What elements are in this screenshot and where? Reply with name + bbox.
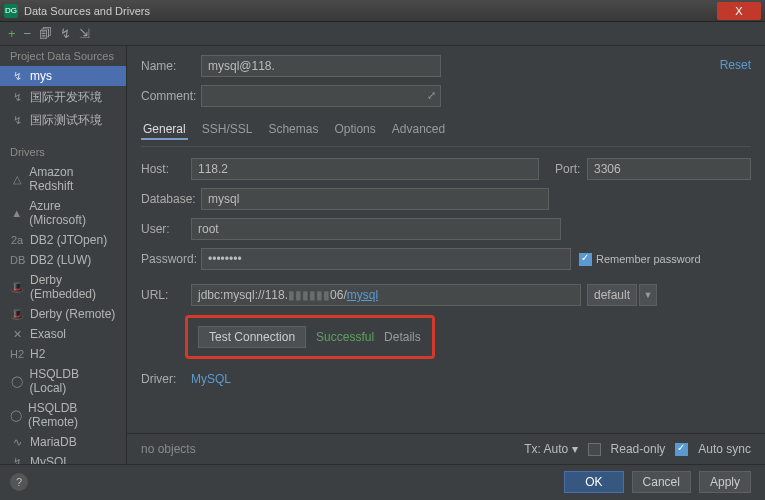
driver-label: Exasol: [30, 327, 66, 341]
driver-item[interactable]: ∿MariaDB: [0, 432, 126, 452]
driver-icon: ◯: [10, 375, 24, 388]
tabs: GeneralSSH/SSLSchemasOptionsAdvanced: [141, 114, 751, 147]
tx-mode[interactable]: Tx: Auto ▾: [524, 442, 577, 456]
dialog-buttons: ? OK Cancel Apply: [0, 464, 765, 499]
url-label: URL:: [141, 288, 191, 302]
driver-label: HSQLDB (Local): [30, 367, 116, 395]
driver-icon: ✕: [10, 328, 24, 341]
driver-label: DB2 (JTOpen): [30, 233, 107, 247]
chevron-down-icon: ▾: [572, 442, 578, 456]
driver-item[interactable]: H2H2: [0, 344, 126, 364]
autosync-label: Auto sync: [698, 442, 751, 456]
readonly-checkbox[interactable]: [588, 443, 601, 456]
driver-item[interactable]: △Amazon Redshift: [0, 162, 126, 196]
driver-icon: H2: [10, 348, 24, 360]
section-heading-sources: Project Data Sources: [0, 46, 126, 66]
port-input[interactable]: [587, 158, 751, 180]
titlebar: DG Data Sources and Drivers X: [0, 0, 765, 22]
driver-icon: DB: [10, 254, 24, 266]
driver-item[interactable]: DBDB2 (LUW): [0, 250, 126, 270]
password-label: Password:: [141, 252, 201, 266]
driver-label: H2: [30, 347, 45, 361]
driver-item[interactable]: 🎩Derby (Remote): [0, 304, 126, 324]
driver-label: DB2 (LUW): [30, 253, 91, 267]
driver-label: HSQLDB (Remote): [28, 401, 116, 429]
import-icon[interactable]: ⇲: [79, 26, 90, 41]
chevron-down-icon: ▼: [644, 290, 653, 300]
driver-item[interactable]: 🎩Derby (Embedded): [0, 270, 126, 304]
objects-status: no objects: [141, 442, 524, 456]
make-global-icon[interactable]: ↯: [60, 26, 71, 41]
readonly-label: Read-only: [611, 442, 666, 456]
driver-icon: 🎩: [10, 308, 24, 321]
tab-options[interactable]: Options: [332, 120, 377, 140]
driver-icon: ◯: [10, 409, 22, 422]
driver-icon: 🎩: [10, 281, 24, 294]
connection-status: Successful: [316, 330, 374, 344]
driver-icon: 2a: [10, 234, 24, 246]
toolbar: + − 🗐 ↯ ⇲: [0, 22, 765, 46]
url-mode-caret[interactable]: ▼: [639, 284, 657, 306]
driver-label: Azure (Microsoft): [29, 199, 116, 227]
datasource-item[interactable]: ↯mys: [0, 66, 126, 86]
tab-advanced[interactable]: Advanced: [390, 120, 447, 140]
driver-item[interactable]: ◯HSQLDB (Remote): [0, 398, 126, 432]
datasource-icon: ↯: [10, 114, 24, 127]
datasource-label: mys: [30, 69, 52, 83]
driver-icon: ∿: [10, 436, 24, 449]
driver-item[interactable]: ✕Exasol: [0, 324, 126, 344]
database-input[interactable]: [201, 188, 549, 210]
url-link[interactable]: mysql: [347, 288, 378, 302]
driver-label: MariaDB: [30, 435, 77, 449]
driver-label: Amazon Redshift: [29, 165, 116, 193]
datasource-item[interactable]: ↯国际测试环境: [0, 109, 126, 132]
window-title: Data Sources and Drivers: [24, 5, 717, 17]
url-mode-dropdown[interactable]: default: [587, 284, 637, 306]
autosync-checkbox[interactable]: [675, 443, 688, 456]
driver-item[interactable]: ↯MySQL: [0, 452, 126, 464]
datasource-icon: ↯: [10, 91, 24, 104]
user-input[interactable]: [191, 218, 561, 240]
section-heading-drivers: Drivers: [0, 142, 126, 162]
content-footer: no objects Tx: Auto ▾ Read-only Auto syn…: [127, 433, 765, 464]
url-input[interactable]: jdbc:mysql://118.▮▮▮▮▮▮06/mysql: [191, 284, 581, 306]
tab-sshssl[interactable]: SSH/SSL: [200, 120, 255, 140]
datasource-label: 国际测试环境: [30, 112, 102, 129]
expand-icon[interactable]: ⤢: [427, 89, 436, 102]
driver-link[interactable]: MySQL: [191, 372, 231, 386]
apply-button[interactable]: Apply: [699, 471, 751, 493]
add-icon[interactable]: +: [8, 26, 16, 41]
sidebar: Project Data Sources ↯mys↯国际开发环境↯国际测试环境 …: [0, 46, 127, 464]
datasource-item[interactable]: ↯国际开发环境: [0, 86, 126, 109]
help-button[interactable]: ?: [10, 473, 28, 491]
host-input[interactable]: [191, 158, 539, 180]
port-label: Port:: [555, 162, 587, 176]
driver-icon: △: [10, 173, 23, 186]
copy-icon[interactable]: 🗐: [39, 26, 52, 41]
user-label: User:: [141, 222, 191, 236]
cancel-button[interactable]: Cancel: [632, 471, 691, 493]
driver-item[interactable]: 2aDB2 (JTOpen): [0, 230, 126, 250]
driver-icon: ↯: [10, 456, 24, 465]
ok-button[interactable]: OK: [564, 471, 623, 493]
driver-label: Driver:: [141, 372, 191, 386]
remember-password-checkbox[interactable]: [579, 253, 592, 266]
close-button[interactable]: X: [717, 2, 761, 20]
name-input[interactable]: [201, 55, 441, 77]
name-label: Name:: [141, 59, 201, 73]
remember-password-label: Remember password: [596, 253, 701, 265]
tab-general[interactable]: General: [141, 120, 188, 140]
driver-label: MySQL: [30, 455, 70, 464]
datasource-label: 国际开发环境: [30, 89, 102, 106]
comment-input[interactable]: ⤢: [201, 85, 441, 107]
remove-icon[interactable]: −: [24, 26, 32, 41]
driver-item[interactable]: ▲Azure (Microsoft): [0, 196, 126, 230]
test-connection-button[interactable]: Test Connection: [198, 326, 306, 348]
driver-item[interactable]: ◯HSQLDB (Local): [0, 364, 126, 398]
password-input[interactable]: [201, 248, 571, 270]
driver-icon: ▲: [10, 207, 23, 219]
details-link[interactable]: Details: [384, 330, 421, 344]
tab-schemas[interactable]: Schemas: [266, 120, 320, 140]
reset-link[interactable]: Reset: [720, 58, 751, 72]
content-panel: Reset Name: Comment: ⤢ GeneralSSH/SSLSch…: [127, 46, 765, 464]
